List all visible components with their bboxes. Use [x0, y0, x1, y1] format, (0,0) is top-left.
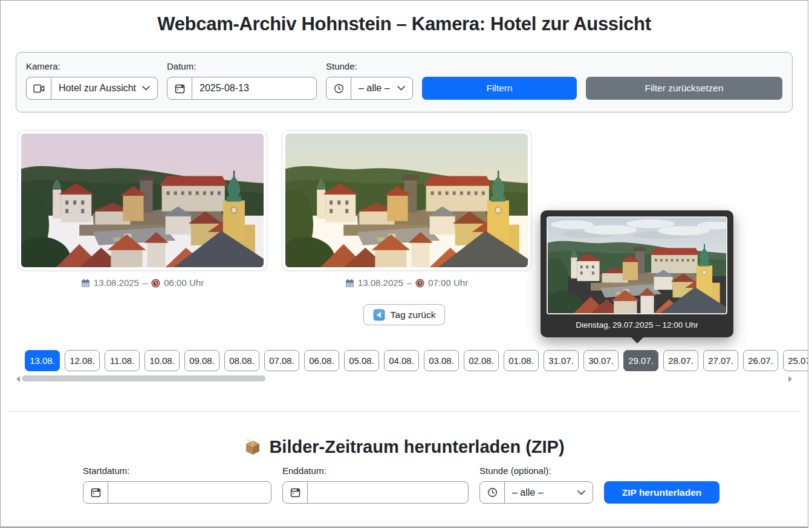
- start-date-input-group[interactable]: [83, 481, 271, 504]
- chevron-down-icon: [397, 86, 405, 91]
- camera-label: Kamera:: [26, 61, 158, 71]
- photo-time: 06:00 Uhr: [164, 277, 204, 288]
- page-title: Webcam-Archiv Hohnstein – Kamera: Hotel …: [1, 13, 808, 35]
- date-strip-day[interactable]: 10.08.: [145, 350, 180, 371]
- package-emoji-icon: [244, 438, 262, 456]
- start-date-field: Startdatum:: [83, 466, 271, 504]
- hour-label: Stunde:: [326, 61, 413, 71]
- calendar-icon: [167, 77, 192, 99]
- caption-separator: –: [407, 277, 412, 288]
- filter-button[interactable]: Filtern: [422, 77, 577, 100]
- tooltip-arrow: [631, 337, 643, 343]
- start-date-input[interactable]: [108, 482, 271, 503]
- zip-download-button[interactable]: ZIP herunterladen: [604, 481, 719, 504]
- date-strip-day[interactable]: 30.07.: [583, 350, 619, 371]
- camera-select[interactable]: Hotel zur Aussicht: [26, 77, 158, 100]
- calendar-icon: [83, 482, 108, 503]
- calendar-emoji-icon: [345, 279, 354, 288]
- tooltip-preview-image: [547, 216, 727, 314]
- date-strip-day[interactable]: 29.07.: [623, 350, 658, 371]
- date-strip-day[interactable]: 28.07.: [663, 350, 698, 371]
- date-strip-day[interactable]: 06.08.: [304, 350, 339, 371]
- camera-select-value[interactable]: Hotel zur Aussicht: [51, 77, 157, 99]
- back-arrow-emoji-icon: [373, 309, 385, 321]
- end-date-input-group[interactable]: [282, 481, 469, 504]
- section-divider: [8, 411, 801, 412]
- webcam-photo-0700[interactable]: [282, 130, 531, 271]
- tooltip-caption: Dienstag, 29.07.2025 – 12:00 Uhr: [547, 314, 727, 337]
- webcam-photo-0600[interactable]: [18, 130, 267, 271]
- photo-date: 13.08.2025: [358, 277, 403, 288]
- date-strip-day[interactable]: 25.07.: [783, 350, 808, 371]
- date-strip-day[interactable]: 31.07.: [544, 350, 579, 371]
- zip-form: Startdatum: Enddatum: Stunde (optional):: [83, 466, 808, 504]
- photo-caption: 13.08.2025 – 06:00 Uhr: [18, 277, 267, 288]
- filter-reset-button[interactable]: Filter zurücksetzen: [586, 77, 782, 100]
- clock-icon: [326, 77, 351, 99]
- zip-hour-label: Stunde (optional):: [479, 466, 593, 476]
- date-input-group[interactable]: [167, 77, 317, 100]
- photo-time: 07:00 Uhr: [428, 277, 468, 288]
- preview-tooltip: Dienstag, 29.07.2025 – 12:00 Uhr: [541, 210, 733, 337]
- date-strip-day[interactable]: 08.08.: [224, 350, 259, 371]
- caption-separator: –: [143, 277, 148, 288]
- clock-icon: [480, 482, 505, 503]
- date-input[interactable]: [192, 77, 316, 99]
- calendar-icon: [283, 482, 308, 503]
- date-strip-day[interactable]: 12.08.: [65, 350, 100, 371]
- hour-select[interactable]: – alle –: [326, 77, 413, 100]
- date-field: Datum:: [167, 61, 317, 100]
- date-strip-day[interactable]: 07.08.: [264, 350, 299, 371]
- date-strip-day[interactable]: 05.08.: [344, 350, 379, 371]
- scrollbar-thumb[interactable]: [22, 375, 265, 381]
- chevron-down-icon: [577, 490, 585, 495]
- date-strip-day[interactable]: 27.07.: [703, 350, 738, 371]
- photo-caption: 13.08.2025 – 07:00 Uhr: [282, 277, 531, 288]
- zip-hour-field: Stunde (optional): – alle –: [479, 466, 593, 504]
- day-back-button[interactable]: Tag zurück: [363, 304, 446, 325]
- date-strip-day[interactable]: 09.08.: [184, 350, 219, 371]
- scrollbar-right-arrow-icon[interactable]: [788, 376, 792, 382]
- hour-field: Stunde: – alle –: [326, 61, 413, 100]
- end-date-field: Enddatum:: [282, 466, 469, 504]
- date-label: Datum:: [167, 61, 317, 71]
- start-date-label: Startdatum:: [83, 466, 271, 476]
- zip-heading: Bilder-Zeitraum herunterladen (ZIP): [1, 437, 808, 457]
- webcam-image: [285, 134, 528, 267]
- zip-hour-select-value[interactable]: – alle –: [505, 482, 593, 503]
- end-date-input[interactable]: [308, 482, 468, 503]
- date-strip-day[interactable]: 11.08.: [105, 350, 140, 371]
- scrollbar-left-arrow-icon[interactable]: [16, 376, 20, 382]
- date-strip-day[interactable]: 04.08.: [384, 350, 419, 371]
- zip-hour-select[interactable]: – alle –: [479, 481, 593, 504]
- date-strip-day[interactable]: 01.08.: [504, 350, 539, 371]
- hour-select-value[interactable]: – alle –: [351, 77, 412, 99]
- end-date-label: Enddatum:: [282, 466, 469, 476]
- webcam-figure: 13.08.2025 – 06:00 Uhr: [18, 130, 267, 288]
- camera-field: Kamera: Hotel zur Aussicht: [26, 61, 158, 100]
- date-strip: 13.08.12.08.11.08.10.08.09.08.08.08.07.0…: [25, 350, 808, 371]
- clock-emoji-icon: [151, 279, 160, 288]
- video-camera-icon: [27, 77, 51, 99]
- webcam-image: [21, 134, 264, 267]
- webcam-figure: 13.08.2025 – 07:00 Uhr: [282, 130, 531, 288]
- date-strip-day[interactable]: 26.07.: [743, 350, 778, 371]
- chevron-down-icon: [142, 86, 150, 91]
- filter-bar: Kamera: Hotel zur Aussicht Datum:: [16, 52, 793, 112]
- date-strip-day[interactable]: 13.08.: [25, 350, 60, 371]
- date-strip-day[interactable]: 02.08.: [464, 350, 499, 371]
- date-strip-scrollbar: [16, 374, 793, 383]
- calendar-emoji-icon: [81, 279, 90, 288]
- clock-emoji-icon: [415, 279, 424, 288]
- photo-date: 13.08.2025: [94, 277, 139, 288]
- date-strip-day[interactable]: 03.08.: [424, 350, 459, 371]
- webcam-archive-page: Webcam-Archiv Hohnstein – Kamera: Hotel …: [0, 0, 808, 528]
